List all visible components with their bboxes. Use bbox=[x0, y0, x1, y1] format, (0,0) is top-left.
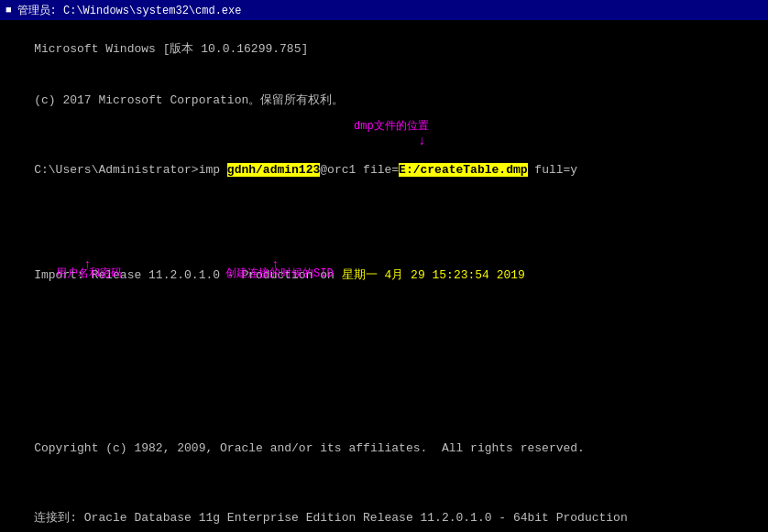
connected-line-1: 连接到: Oracle Database 11g Enterprise Edit… bbox=[5, 493, 763, 532]
copyright-line: Copyright (c) 1982, 2009, Oracle and/or … bbox=[5, 424, 763, 476]
blank-line-2 bbox=[5, 475, 763, 493]
cmd-user-highlight: gdnh/admin123 bbox=[227, 163, 320, 177]
cmd-at: @orc1 file= bbox=[320, 163, 399, 177]
import-line: Import: Release 11.2.0.1.0 - Production … bbox=[5, 250, 763, 406]
title-icon: ■ bbox=[5, 5, 12, 16]
cmd-file-highlight: E:/createTable.dmp bbox=[399, 163, 527, 177]
title-bar: ■ 管理员: C:\Windows\system32\cmd.exe bbox=[0, 0, 768, 20]
user-arrow: ↑ bbox=[83, 255, 91, 274]
header-line-1: Microsoft Windows [版本 10.0.16299.785] bbox=[5, 24, 763, 76]
copyright-text: Copyright (c) 1982, 2009, Oracle and/or … bbox=[34, 441, 585, 455]
dmp-arrow: ↓ bbox=[418, 132, 425, 150]
cmd-body: Microsoft Windows [版本 10.0.16299.785] (c… bbox=[0, 20, 768, 532]
cmd-args: full=y bbox=[528, 163, 578, 177]
sid-arrow: ↑ bbox=[271, 255, 279, 274]
sid-annotation: 创建连接的时候的SID bbox=[225, 266, 334, 282]
cmd-prompt: C:\Users\Administrator>imp bbox=[34, 163, 227, 177]
import-date: 星期一 4月 29 15:23:54 2019 bbox=[342, 268, 525, 282]
window-title: 管理员: C:\Windows\system32\cmd.exe bbox=[17, 3, 242, 18]
cmd-prompt-line: C:\Users\Administrator>imp gdnh/admin123… bbox=[5, 145, 763, 248]
